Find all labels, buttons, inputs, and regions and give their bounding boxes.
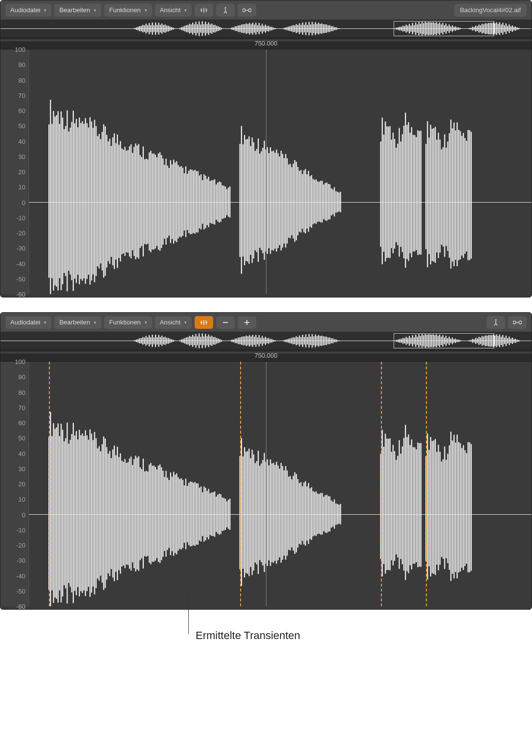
- callout-line: [188, 590, 189, 634]
- amplitude-tick: 40: [19, 137, 25, 145]
- amplitude-tick: -40: [16, 260, 25, 267]
- amplitude-tick: 10: [19, 496, 25, 503]
- toolbar: Audiodatei ▾ Bearbeiten ▾ Funktionen ▾ A…: [0, 0, 532, 20]
- amplitude-tick: 50: [19, 122, 25, 130]
- amplitude-tick: 30: [19, 465, 25, 472]
- amplitude-tick: -40: [16, 572, 25, 579]
- amplitude-tick: 30: [19, 153, 25, 160]
- link-icon: [243, 7, 251, 13]
- amplitude-tick: 80: [19, 389, 25, 396]
- amplitude-tick: 0: [22, 511, 25, 518]
- waveform-area[interactable]: 1009080706050403020100-10-20-30-40-50-60: [0, 362, 532, 606]
- flex-icon: [492, 319, 500, 326]
- menu-bearbeiten[interactable]: Bearbeiten ▾: [54, 316, 101, 329]
- ruler-value: 750.000: [255, 40, 278, 47]
- flex-button[interactable]: [216, 4, 235, 17]
- svg-point-0: [225, 7, 226, 8]
- waveform-canvas: [29, 362, 532, 606]
- chevron-down-icon: ▾: [184, 8, 187, 13]
- overview-strip[interactable]: [0, 20, 532, 38]
- amplitude-tick: -30: [16, 557, 25, 564]
- audio-editor-panel: Audiodatei ▾ Bearbeiten ▾ Funktionen ▾ A…: [0, 312, 532, 610]
- amplitude-tick: 70: [19, 92, 25, 99]
- amplitude-tick: -10: [16, 214, 25, 221]
- amplitude-tick: -20: [16, 542, 25, 549]
- amplitude-tick: 10: [19, 183, 25, 191]
- amplitude-tick: -60: [16, 603, 25, 610]
- chevron-down-icon: ▾: [44, 8, 46, 13]
- amplitude-tick: 40: [19, 450, 25, 457]
- menu-label: Audiodatei: [10, 319, 40, 326]
- link-icon: [513, 320, 522, 325]
- menu-label: Bearbeiten: [59, 319, 90, 326]
- menu-bearbeiten[interactable]: Bearbeiten ▾: [54, 4, 101, 17]
- transient-edit-icon: [200, 7, 208, 14]
- amplitude-tick: 60: [19, 419, 25, 427]
- amplitude-tick: -20: [16, 229, 25, 237]
- chevron-down-icon: ▾: [94, 8, 96, 13]
- link-button[interactable]: [238, 4, 256, 17]
- svg-point-448: [495, 319, 497, 321]
- chevron-down-icon: ▾: [44, 320, 46, 325]
- amplitude-tick: 80: [19, 76, 25, 84]
- menu-ansicht[interactable]: Ansicht ▾: [155, 4, 192, 17]
- menu-label: Ansicht: [160, 6, 181, 14]
- time-ruler[interactable]: 750.000: [0, 38, 532, 49]
- amplitude-tick: 90: [19, 373, 25, 381]
- ruler-value: 750,000: [255, 352, 278, 359]
- callout-label: Ermittelte Transienten: [196, 629, 300, 642]
- amplitude-tick: 60: [19, 107, 25, 115]
- menu-label: Ansicht: [160, 319, 181, 326]
- transient-edit-button[interactable]: [195, 4, 213, 17]
- menu-label: Audiodatei: [10, 6, 40, 14]
- waveform-canvas: [29, 49, 532, 294]
- amplitude-tick: 50: [19, 435, 25, 442]
- amplitude-scale: 1009080706050403020100-10-20-30-40-50-60: [0, 49, 29, 294]
- waveform-area[interactable]: 1009080706050403020100-10-20-30-40-50-60: [0, 49, 532, 294]
- menu-funktionen[interactable]: Funktionen ▾: [104, 316, 152, 329]
- menu-label: Funktionen: [109, 6, 140, 14]
- amplitude-tick: 20: [19, 481, 25, 488]
- menu-audiodatei[interactable]: Audiodatei ▾: [5, 316, 51, 329]
- playhead[interactable]: [266, 49, 266, 294]
- amplitude-tick: 100: [15, 358, 25, 366]
- menu-label: Funktionen: [109, 319, 140, 326]
- overview-view-indicator[interactable]: [394, 21, 494, 36]
- menu-ansicht[interactable]: Ansicht ▾: [155, 316, 192, 329]
- remove-transient-button[interactable]: [216, 316, 235, 329]
- transient-edit-icon: [200, 319, 208, 326]
- amplitude-tick: 90: [19, 61, 25, 69]
- amplitude-tick: -50: [16, 587, 25, 595]
- time-ruler[interactable]: 750,000: [0, 350, 532, 362]
- chevron-down-icon: ▾: [184, 320, 187, 325]
- amplitude-scale: 1009080706050403020100-10-20-30-40-50-60: [0, 362, 29, 606]
- add-transient-button[interactable]: [238, 316, 256, 329]
- link-button[interactable]: [508, 316, 527, 329]
- amplitude-tick: -50: [16, 275, 25, 282]
- amplitude-tick: 100: [15, 46, 25, 53]
- amplitude-tick: -30: [16, 245, 25, 252]
- minus-icon: [222, 319, 229, 326]
- playhead[interactable]: [266, 362, 266, 606]
- filename-label: BackingVocal4#02.aif: [454, 4, 527, 17]
- menu-funktionen[interactable]: Funktionen ▾: [104, 4, 152, 17]
- chevron-down-icon: ▾: [145, 320, 147, 325]
- chevron-down-icon: ▾: [145, 8, 147, 13]
- audio-editor-panel: Audiodatei ▾ Bearbeiten ▾ Funktionen ▾ A…: [0, 0, 532, 298]
- chevron-down-icon: ▾: [94, 320, 96, 325]
- amplitude-tick: -10: [16, 526, 25, 533]
- amplitude-tick: 70: [19, 404, 25, 411]
- amplitude-tick: -60: [16, 291, 25, 298]
- menu-label: Bearbeiten: [59, 6, 90, 14]
- overview-view-indicator[interactable]: [394, 333, 494, 348]
- toolbar: Audiodatei ▾ Bearbeiten ▾ Funktionen ▾ A…: [0, 313, 532, 332]
- amplitude-tick: 0: [22, 199, 25, 206]
- overview-strip[interactable]: [0, 332, 532, 350]
- flex-icon: [222, 6, 229, 14]
- amplitude-tick: 20: [19, 168, 25, 176]
- flex-button[interactable]: [487, 316, 505, 329]
- transient-edit-button[interactable]: [195, 316, 213, 329]
- plus-icon: [244, 319, 250, 326]
- callout: Ermittelte Transienten: [0, 615, 455, 654]
- menu-audiodatei[interactable]: Audiodatei ▾: [5, 4, 51, 17]
